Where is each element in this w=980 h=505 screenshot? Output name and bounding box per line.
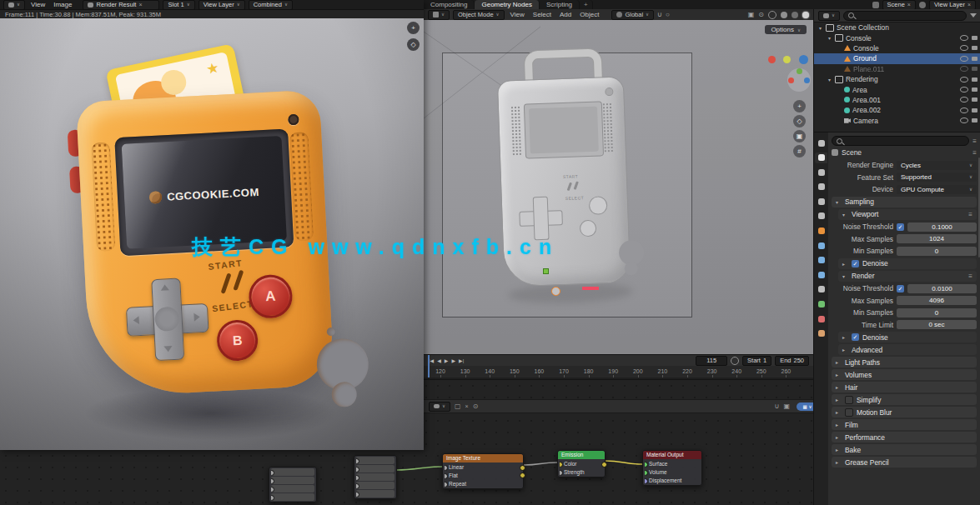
expand-icon[interactable]: ▸ bbox=[836, 359, 842, 365]
panel-light-paths[interactable]: ▸Light Paths bbox=[832, 357, 977, 368]
input-socket[interactable] bbox=[271, 470, 274, 476]
proportional-edit-icon[interactable]: ○ bbox=[666, 11, 670, 18]
workspace-tab-geometry-nodes[interactable]: Geometry Nodes bbox=[475, 0, 539, 9]
expand-icon[interactable]: ▾ bbox=[827, 77, 832, 82]
outliner-search-input[interactable] bbox=[843, 11, 967, 21]
axis-y-dot[interactable] bbox=[783, 56, 791, 63]
outliner-item-ground[interactable]: Ground bbox=[814, 53, 980, 63]
snap-magnet-icon[interactable]: ∪ bbox=[657, 11, 662, 18]
editor-type-button[interactable]: ∨ bbox=[3, 0, 25, 10]
timeline-ruler[interactable]: 1201301401501601701801902002102202302402… bbox=[424, 366, 813, 378]
properties-tab-modifiers[interactable] bbox=[815, 240, 827, 251]
dropdown-field[interactable]: Cycles∨ bbox=[897, 161, 977, 170]
properties-tab-world[interactable] bbox=[815, 211, 827, 222]
expand-icon[interactable]: ▸ bbox=[842, 334, 848, 340]
expand-icon[interactable]: ▸ bbox=[836, 409, 842, 415]
gizmo-y-axis[interactable] bbox=[797, 68, 802, 74]
disable-in-render-icon[interactable] bbox=[972, 78, 977, 82]
jump-to-end-icon[interactable]: ▶| bbox=[458, 358, 465, 363]
hide-in-viewport-icon[interactable] bbox=[960, 45, 968, 51]
pin-id-icon[interactable]: ≡ bbox=[972, 149, 977, 157]
shading-material-icon[interactable] bbox=[792, 12, 798, 18]
value-field[interactable]: 4096 bbox=[897, 296, 977, 305]
disable-in-render-icon[interactable] bbox=[972, 98, 977, 102]
input-socket[interactable] bbox=[271, 495, 274, 501]
input-socket[interactable] bbox=[560, 462, 563, 468]
node-slider-row[interactable] bbox=[271, 477, 314, 484]
hide-in-viewport-icon[interactable] bbox=[960, 87, 968, 92]
node-slider-row[interactable] bbox=[356, 490, 395, 498]
expand-icon[interactable]: ▾ bbox=[827, 35, 832, 41]
overlay-toggle-icon[interactable]: ▣ bbox=[783, 402, 790, 410]
dropdown-field[interactable]: Supported∨ bbox=[897, 172, 977, 182]
properties-tab-tool[interactable] bbox=[815, 138, 827, 148]
properties-tab-scene[interactable] bbox=[815, 196, 827, 207]
collapse-icon[interactable]: ▾ bbox=[842, 212, 848, 218]
hide-in-viewport-icon[interactable] bbox=[960, 35, 968, 41]
value-field[interactable]: 0.0100 bbox=[907, 284, 977, 293]
disable-in-render-icon[interactable] bbox=[972, 118, 977, 122]
node-socket-row[interactable]: Surface bbox=[645, 460, 700, 468]
outliner-item-area[interactable]: Area bbox=[814, 84, 980, 94]
outliner-item-area-002[interactable]: Area.002 bbox=[814, 105, 980, 115]
mode-dropdown[interactable]: Object Mode∨ bbox=[453, 10, 505, 20]
input-socket[interactable] bbox=[445, 473, 448, 479]
shading-rendered-icon[interactable] bbox=[802, 12, 809, 18]
properties-tab-view-layer[interactable] bbox=[815, 182, 827, 192]
panel-film[interactable]: ▸Film bbox=[832, 419, 977, 430]
timeline[interactable]: |◀◀▶▶▶| 115 Start1 End250 12013014015016… bbox=[424, 354, 813, 380]
panel-bake[interactable]: ▸Bake bbox=[832, 444, 977, 455]
options-dropdown[interactable]: Options∨ bbox=[765, 25, 807, 34]
image-datablock-selector[interactable]: Render Result× bbox=[83, 0, 159, 10]
dropdown-field[interactable]: GPU Compute∨ bbox=[897, 185, 977, 194]
properties-tab-material[interactable] bbox=[815, 313, 827, 324]
node-emission[interactable]: EmissionColorStrength bbox=[557, 450, 606, 478]
input-socket[interactable] bbox=[356, 458, 359, 464]
node-slider-row[interactable] bbox=[356, 473, 395, 481]
node-header[interactable]: Emission bbox=[558, 451, 605, 459]
hide-in-viewport-icon[interactable] bbox=[960, 56, 968, 62]
expand-icon[interactable]: ▸ bbox=[836, 384, 842, 390]
properties-tab-output[interactable] bbox=[815, 167, 827, 178]
properties-tab-object-data[interactable] bbox=[815, 299, 827, 310]
value-field[interactable]: 0 bbox=[897, 247, 977, 256]
node-socket-row[interactable]: Strength bbox=[560, 468, 603, 476]
node-partial-b[interactable] bbox=[354, 455, 397, 499]
output-socket[interactable] bbox=[520, 465, 525, 471]
expand-icon[interactable]: ▸ bbox=[842, 347, 848, 352]
ortho-grid-icon[interactable]: # bbox=[793, 145, 806, 158]
panel-advanced[interactable]: ▸Advanced bbox=[838, 344, 977, 355]
input-socket[interactable] bbox=[271, 487, 274, 492]
input-socket[interactable] bbox=[356, 492, 359, 498]
next-keyframe-icon[interactable]: ▶ bbox=[450, 358, 456, 363]
output-socket[interactable] bbox=[601, 462, 607, 468]
unlink-image-icon[interactable]: × bbox=[138, 1, 142, 8]
panel-hair[interactable]: ▸Hair bbox=[832, 382, 977, 392]
gizmo-z-axis[interactable] bbox=[804, 78, 810, 83]
expand-icon[interactable]: ▸ bbox=[836, 372, 842, 378]
input-socket[interactable] bbox=[445, 465, 448, 471]
shading-wireframe-icon[interactable] bbox=[768, 11, 776, 19]
view-layer-selector[interactable]: View Layer× bbox=[929, 0, 976, 10]
node-slider-row[interactable] bbox=[271, 485, 314, 492]
input-socket[interactable] bbox=[356, 475, 359, 481]
node-slider-row[interactable] bbox=[356, 465, 395, 472]
checkbox[interactable]: ✓ bbox=[897, 223, 904, 231]
editor-type-button[interactable]: ∨ bbox=[818, 11, 840, 21]
collapse-icon[interactable]: ▾ bbox=[842, 273, 848, 279]
outliner-item-camera[interactable]: Camera bbox=[814, 116, 980, 126]
checkbox[interactable]: ✓ bbox=[852, 333, 859, 341]
node-socket-row[interactable]: Displacement bbox=[645, 477, 700, 484]
image-menu-view[interactable]: View bbox=[28, 1, 48, 8]
workspace-tab-scripting[interactable]: Scripting bbox=[540, 0, 580, 9]
expand-icon[interactable]: ▸ bbox=[836, 434, 842, 440]
node-partial-a[interactable] bbox=[269, 467, 317, 502]
clay-console-model[interactable]: START SELECT bbox=[490, 48, 641, 311]
navigation-gizmo[interactable] bbox=[787, 68, 811, 92]
outliner-item-plane-011[interactable]: Plane.011 bbox=[814, 64, 980, 74]
output-socket[interactable] bbox=[520, 472, 525, 478]
viewport-3d[interactable]: ∨ Object Mode∨ View Select Add Object Gl… bbox=[424, 9, 813, 354]
render-pass-dropdown[interactable]: Combined∨ bbox=[249, 0, 293, 10]
node-slider-row[interactable] bbox=[271, 493, 314, 501]
image-pan-icon[interactable]: ◇ bbox=[407, 38, 420, 51]
